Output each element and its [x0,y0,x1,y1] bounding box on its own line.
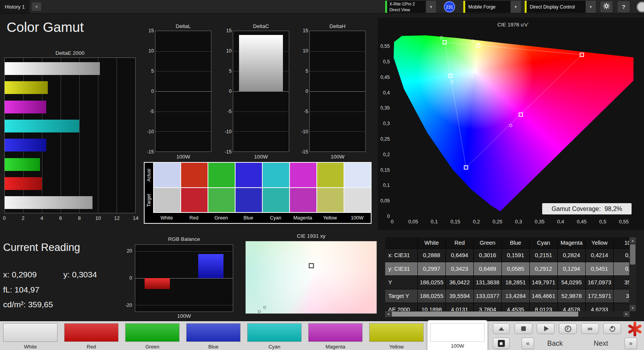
readings-column-header: Cyan [530,237,558,248]
deltal-chart-title: DeltaL [155,23,211,29]
delta-axis-tick-label: 5 [229,68,232,74]
meter-status-stripe [385,1,387,13]
swatch-actual-red [181,163,208,187]
single-measure-button[interactable]: F [559,323,577,334]
readings-cell: 0,2888 [418,249,446,262]
swatch-actual-white [154,163,180,187]
readings-cell: 0,0585 [502,262,530,275]
cie-y-tick-label: 0,3 [383,121,390,126]
pattern-up-button[interactable] [493,323,510,334]
delta-gridline [155,71,211,71]
continuous-measure-button[interactable]: ∞ [581,323,599,334]
cie-y-tick-label: 0,55 [380,44,390,49]
readings-cell: 39,5594 [446,289,474,303]
readings-column-header: Red [446,237,474,248]
deltal-chart [155,31,211,152]
question-icon: ? [622,3,625,10]
pattern-bar: F ∞ « Back Next » WhiteRedGreenBlueCyanM… [0,321,644,350]
cie-y-tick-label: 0,35 [380,105,390,111]
back-button[interactable]: Back [536,338,574,349]
delta-axis-tick-label: 10 [226,48,232,54]
meter-selector[interactable]: X-Rite i1Pro 2 Direct View [385,1,426,13]
delta-gridline [155,111,211,112]
readings-row[interactable]: x: CIE310,28880,64940,30160,15910,21510,… [385,249,629,262]
horizontal-scroll-thumb[interactable] [392,312,578,317]
table-vertical-scrollbar[interactable]: ▲ ▼ [630,237,636,311]
next-button[interactable]: Next [582,338,620,349]
meter-dropdown-button[interactable]: ▼ [426,1,436,13]
stop-button[interactable] [515,323,532,334]
play-button[interactable] [537,323,555,334]
delta-axis-tick-label: 10 [303,48,308,54]
calman-asterisk-logo[interactable] [627,321,643,337]
delta-axis-tick-label: -10 [147,129,154,134]
deltae-gridline [98,58,98,213]
settings-button[interactable] [600,1,613,12]
swatch-column-label: Green [208,214,235,222]
pattern-patch-blue[interactable] [186,323,241,342]
readings-row[interactable]: Target Y186,025539,5594133,037713,428414… [385,289,629,303]
display-control-name: Direct Display Control [530,4,575,10]
pattern-patch-100w[interactable] [430,323,485,342]
add-history-button[interactable]: + [32,2,41,11]
table-horizontal-scrollbar[interactable]: ◄ ► [385,311,630,317]
help-button[interactable]: ? [618,1,630,12]
cie-x-tick-label: 0,3 [515,219,522,225]
rgb-axis-tick-label: 20 [127,248,132,254]
readings-cell: 4,4535 [502,303,530,311]
readings-row-label: ΔE 2000 [385,303,418,311]
cie-x-tick-label: 0,45 [577,219,586,225]
measurement-count-badge[interactable]: 231 [444,1,455,12]
delta-axis-tick-label: -5 [304,109,308,114]
pattern-patch-green[interactable] [125,323,180,342]
source-dropdown-button[interactable]: ▼ [510,1,521,13]
history-tab[interactable]: History 1 [0,0,30,14]
deltae-axis-tick-label: 8 [78,215,81,221]
swatch-grid [153,163,371,213]
scroll-up-button[interactable]: ▲ [630,237,636,244]
readings-cell: 35 [614,276,629,289]
scroll-right-button[interactable]: ► [623,311,630,317]
scroll-left-button[interactable]: ◄ [385,311,391,317]
deltah-y-axis: 151050-5-10-15 [296,31,309,152]
rgb-axis-tick-label: -20 [125,303,132,308]
pattern-patch-magenta[interactable] [308,323,363,342]
pattern-patch-red[interactable] [64,323,119,342]
cie-x-tick-label: 0,2 [473,219,480,225]
deltae2000-chart-title: DeltaE 2000 [4,50,136,56]
deltal-x-label: 100W [155,154,211,160]
refresh-icon [608,324,616,333]
deltae-axis-tick-label: 4 [40,215,43,221]
readings-row[interactable]: y: CIE310,29970,34230,64890,05850,29120,… [385,262,629,276]
cie-y-tick-label: 0,4 [383,90,390,96]
delta-axis-tick-label: 5 [305,68,308,74]
readings-table: WhiteRedGreenBlueCyanMagentaYellow10x: C… [385,237,629,311]
refresh-button[interactable] [603,323,621,334]
deltae-axis-tick-label: 6 [59,215,62,221]
deltae-axis-tick-label: 14 [133,215,138,221]
readings-row[interactable]: Y186,025536,0422131,383818,2851149,79715… [385,276,629,289]
readings-row[interactable]: ΔE 200010,18984,01313,78044,45358,01234,… [385,303,629,311]
pattern-patch-white[interactable] [3,323,58,342]
top-bar: History 1 + X-Rite i1Pro 2 Direct View ▼… [0,0,644,14]
cie-x-tick-label: 0 [391,219,393,225]
display-control-dropdown-button[interactable]: ▼ [585,1,596,13]
source-selector[interactable]: Mobile Forge [463,1,510,13]
gamut-coverage-label: Gamut Coverage: [552,205,600,212]
deltae-bar-blue [5,139,46,151]
target-marker-white [473,70,478,74]
display-control-selector[interactable]: Direct Display Control [525,1,585,13]
scroll-down-button[interactable]: ▼ [630,305,636,311]
back-chevron-button[interactable]: « [522,338,534,349]
rgb-gridline [135,251,233,252]
pattern-patch-cyan[interactable] [247,323,302,342]
window-pattern-button[interactable] [493,338,510,349]
vertical-scroll-thumb[interactable] [630,244,635,265]
delta-axis-tick-label: -5 [227,109,232,114]
edge-circle-button[interactable] [637,2,644,12]
pattern-patch-yellow[interactable] [369,323,424,342]
readings-cell: 52,9878 [558,289,586,303]
swatch-target-yellow [317,188,344,212]
delta-gridline [233,91,289,92]
next-chevron-button[interactable]: » [625,338,637,349]
